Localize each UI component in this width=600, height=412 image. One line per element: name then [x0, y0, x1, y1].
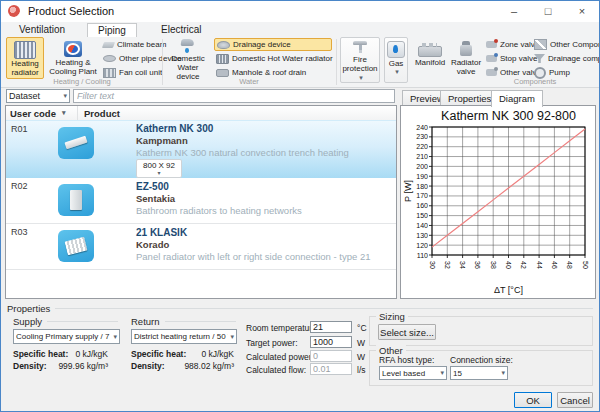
chevron-down-icon: ▾	[157, 170, 160, 176]
ok-button[interactable]: OK	[514, 392, 552, 408]
sizing-groupbox: Sizing Select size...	[369, 316, 593, 346]
size-selector[interactable]: 800 X 92 ▾	[136, 159, 182, 178]
return-header: Return	[131, 316, 236, 327]
target-power-input[interactable]	[310, 336, 352, 348]
svg-text:120: 120	[416, 242, 428, 249]
manhole-roof-drain-icon	[216, 69, 229, 77]
svg-text:38: 38	[490, 261, 497, 269]
chevron-down-icon: ▾	[230, 333, 234, 341]
tab-electrical[interactable]: Electrical	[151, 23, 212, 37]
window-title: Product Selection	[28, 5, 114, 17]
rfa-host-type-select[interactable]: Level based ▾	[379, 366, 447, 380]
minimize-button[interactable]: –	[497, 1, 531, 22]
other-pipe-device-button[interactable]: Other pipe device	[101, 52, 161, 65]
calculated-flow-unit: l/s	[357, 365, 366, 375]
drainage-device-button[interactable]: Drainage device	[214, 38, 332, 51]
chevron-down-icon: ▾	[440, 369, 444, 377]
room-temperature-input[interactable]	[310, 321, 352, 333]
zone-valve-button[interactable]: Zone valve	[484, 38, 532, 51]
column-header-user-code[interactable]: User code ▾	[6, 106, 78, 120]
connection-size-value: 15	[453, 369, 499, 378]
manifold-button[interactable]: Manifold	[411, 37, 449, 79]
stop-valve-icon	[486, 55, 497, 62]
climate-beam-icon	[102, 42, 115, 48]
product-manufacturer: Kampmann	[136, 135, 188, 146]
table-row-r01[interactable]: R01 Katherm NK 300 Kampmann Katherm NK 3…	[6, 120, 396, 179]
close-button[interactable]: ×	[565, 1, 599, 22]
sizing-label: Sizing	[376, 311, 408, 322]
domestic-water-device-button[interactable]: Domestic Water device	[165, 37, 211, 79]
table-row-r03[interactable]: R03 21 KLASIK Korado Panel radiator with…	[6, 224, 396, 270]
svg-text:30: 30	[429, 261, 436, 269]
svg-text:36: 36	[474, 261, 481, 269]
calculated-flow-label: Calculated flow:	[246, 365, 306, 375]
fire-protection-button[interactable]: Fire protection ▾	[340, 37, 380, 83]
drainage-device-icon	[217, 41, 230, 49]
diagram-panel: 1101201301401501601701801902002102202302…	[400, 105, 596, 299]
table-row-r02[interactable]: R02 EZ-500 Sentakia Bathroom radiators t…	[6, 178, 396, 224]
return-select[interactable]: District heating return / 50 °C ▾	[131, 329, 237, 344]
pump-label: Pump	[549, 68, 570, 77]
drainage-component-button[interactable]: Drainage component	[532, 52, 598, 65]
drainage-device-label: Drainage device	[233, 40, 291, 49]
product-title: EZ-500	[136, 181, 169, 192]
fan-coil-unit-label: Fan coil unit	[119, 68, 162, 77]
select-size-button[interactable]: Select size...	[378, 324, 436, 340]
ribbon-tabstrip: Ventilation Piping Electrical	[1, 22, 599, 37]
svg-text:110: 110	[417, 252, 428, 259]
supply-specific-heat-row: Specific heat: 0 kJ/kgK	[13, 349, 108, 359]
tab-diagram[interactable]: Diagram	[491, 90, 543, 107]
gas-button[interactable]: Gas ▾	[384, 37, 408, 83]
connection-size-select[interactable]: 15 ▾	[450, 366, 508, 380]
supply-select[interactable]: Cooling Primary supply / 7 °C ▾	[13, 329, 120, 344]
calculated-power-unit: W	[357, 352, 365, 362]
chevron-down-icon: ▾	[359, 74, 363, 81]
svg-text:190: 190	[416, 173, 428, 180]
properties-section-header: Properties	[7, 303, 593, 314]
manifold-icon	[418, 46, 442, 57]
return-density-row: Density: 988.02 kg/m³	[131, 361, 234, 371]
tab-ventilation[interactable]: Ventilation	[9, 23, 75, 37]
return-select-value: District heating return / 50 °C	[134, 332, 228, 341]
chevron-down-icon: ▾	[62, 109, 66, 117]
fire-protection-icon	[352, 40, 368, 55]
dataset-select[interactable]: Dataset ▾	[6, 89, 70, 103]
svg-text:50: 50	[582, 261, 589, 269]
supply-density-row: Density: 999.96 kg/m³	[13, 361, 108, 371]
svg-text:Katherm NK 300 92-800: Katherm NK 300 92-800	[441, 109, 576, 123]
radiator-valve-button[interactable]: Radiator valve	[450, 37, 482, 79]
other-component-label: Other Component	[550, 40, 600, 49]
return-specific-heat-row: Specific heat: 0 kJ/kgK	[131, 349, 234, 359]
svg-text:130: 130	[416, 232, 428, 239]
climate-beam-label: Climate beam	[117, 40, 166, 49]
product-description: Panel radiator with left or right side c…	[136, 251, 370, 262]
size-selector-value: 800 X 92	[143, 162, 175, 170]
row-user-code: R03	[11, 227, 28, 237]
stop-valve-button[interactable]: Stop valve	[484, 52, 532, 65]
cancel-button[interactable]: Cancel	[557, 392, 593, 408]
other-valve-icon	[486, 69, 497, 76]
climate-beam-button[interactable]: Climate beam	[101, 38, 161, 51]
heating-radiator-button[interactable]: Heating radiator	[6, 37, 44, 79]
maximize-button[interactable]: □	[531, 1, 565, 22]
drainage-component-icon	[534, 54, 545, 63]
ribbon-separator	[162, 39, 163, 85]
zone-valve-icon	[486, 41, 497, 48]
supply-select-value: Cooling Primary supply / 7 °C	[16, 332, 111, 341]
ribbon-separator	[336, 39, 337, 85]
product-thumbnail	[58, 127, 94, 159]
column-header-product[interactable]: Product	[78, 106, 396, 120]
rfa-host-type-label: RFA host type:	[379, 355, 434, 365]
heating-cooling-plant-button[interactable]: Heating & Cooling Plant	[47, 37, 99, 79]
radiator-valve-icon	[460, 45, 472, 56]
diagram-chart: 1101201301401501601701801902002102202302…	[402, 107, 594, 297]
other-component-icon	[534, 39, 547, 50]
svg-text:170: 170	[416, 192, 428, 199]
domestic-hot-water-radiator-button[interactable]: Domestic Hot Water radiator	[214, 52, 332, 65]
other-component-button[interactable]: Other Component	[532, 38, 598, 51]
chevron-down-icon: ▾	[395, 68, 399, 76]
rfa-host-type-value: Level based	[382, 369, 438, 378]
filter-input[interactable]	[73, 89, 395, 103]
drainage-component-label: Drainage component	[548, 54, 600, 63]
product-manufacturer: Sentakia	[136, 193, 175, 204]
